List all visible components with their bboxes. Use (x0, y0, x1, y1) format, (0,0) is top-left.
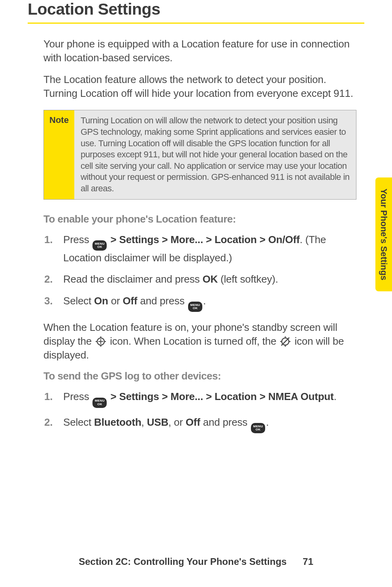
step-text: Press (63, 234, 92, 245)
step-2: Read the disclaimer and press OK (left s… (63, 272, 356, 286)
step-bold: > Settings > More... > Location > NMEA O… (107, 391, 334, 402)
gps-log-steps: Press MENUOK > Settings > More... > Loca… (43, 389, 356, 433)
step-text: Press (63, 391, 92, 402)
title-underline (28, 23, 364, 24)
menu-ok-icon: MENUOK (92, 398, 107, 408)
intro-paragraph-2: The Location feature allows the network … (43, 73, 356, 100)
step-1: Press MENUOK > Settings > More... > Loca… (63, 389, 356, 408)
step-text: and press (138, 295, 187, 307)
intro-paragraph-1: Your phone is equipped with a Location f… (43, 37, 356, 65)
step-bold: Off (186, 416, 200, 428)
gps-log-heading: To send the GPS log to other devices: (43, 370, 356, 382)
step-bold: Off (123, 295, 138, 307)
step-1: Press MENUOK > Settings > More... > Loca… (63, 232, 356, 265)
text: icon. When Location is turned off, the (110, 335, 279, 347)
step-text: . (334, 391, 337, 402)
step-text: (left softkey). (218, 273, 278, 285)
location-off-icon (280, 336, 291, 347)
step-2: Select Bluetooth, USB, or Off and press … (63, 415, 356, 433)
footer-section: Section 2C: Controlling Your Phone's Set… (79, 556, 286, 567)
location-icon-paragraph: When the Location feature is on, your ph… (43, 321, 356, 362)
page-footer: Section 2C: Controlling Your Phone's Set… (0, 556, 392, 567)
step-text: . (203, 295, 206, 307)
note-label: Note (44, 110, 74, 199)
note-box: Note Turning Location on will allow the … (43, 110, 356, 199)
side-tab: Your Phone's Settings (375, 177, 392, 291)
enable-location-heading: To enable your phone's Location feature: (43, 213, 356, 225)
step-text: Select (63, 295, 94, 307)
step-bold: Bluetooth (94, 416, 141, 428)
step-bold: On (94, 295, 108, 307)
step-bold: OK (202, 273, 218, 285)
manual-page: Location Settings Your phone is equipped… (0, 0, 392, 587)
menu-ok-icon: MENUOK (251, 423, 265, 433)
step-bold: > Settings > More... > Location > On/Off (107, 234, 300, 245)
enable-location-steps: Press MENUOK > Settings > More... > Loca… (43, 232, 356, 312)
step-text: . (266, 416, 269, 428)
step-text: Select (63, 416, 94, 428)
note-text: Turning Location on will allow the netwo… (74, 110, 356, 199)
page-title: Location Settings (28, 0, 364, 19)
side-tab-label: Your Phone's Settings (379, 189, 389, 280)
step-text: or (108, 295, 123, 307)
menu-ok-icon: MENUOK (188, 302, 202, 312)
step-text: and press (200, 416, 250, 428)
location-on-icon (95, 336, 106, 347)
step-text: Read the disclaimer and press (63, 273, 202, 285)
page-content: Your phone is equipped with a Location f… (28, 37, 364, 433)
menu-ok-icon: MENUOK (92, 240, 107, 251)
page-number: 71 (303, 556, 313, 567)
step-bold: USB (147, 416, 168, 428)
step-3: Select On or Off and press MENUOK. (63, 294, 356, 312)
